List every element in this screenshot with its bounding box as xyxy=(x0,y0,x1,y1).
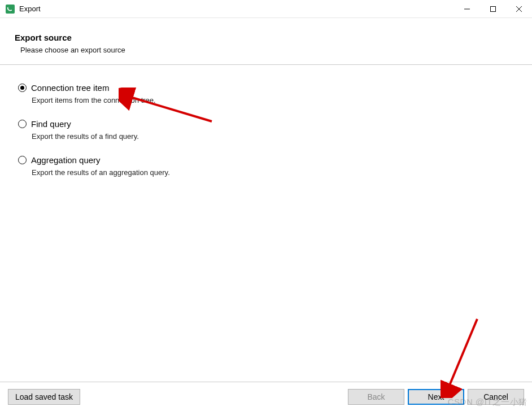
radio-option-connection-tree[interactable]: Connection tree item Export items from t… xyxy=(18,83,518,104)
titlebar: Export xyxy=(0,0,532,18)
radio-option-find-query[interactable]: Find query Export the results of a find … xyxy=(18,119,518,141)
svg-line-7 xyxy=(448,319,477,388)
minimize-icon xyxy=(464,6,470,12)
radio-label: Connection tree item xyxy=(31,83,109,93)
maximize-icon xyxy=(490,6,496,12)
back-button[interactable]: Back xyxy=(348,389,404,405)
close-icon xyxy=(516,6,522,12)
app-icon xyxy=(6,5,15,14)
page-title: Export source xyxy=(15,33,518,42)
close-button[interactable] xyxy=(506,0,532,18)
footer: Load saved task Back Next Cancel xyxy=(0,382,532,411)
radio-description: Export the results of a find query. xyxy=(32,132,518,141)
load-saved-task-button[interactable]: Load saved task xyxy=(8,389,80,405)
radio-label: Aggregation query xyxy=(31,155,101,165)
radio-icon xyxy=(18,120,27,128)
window-title: Export xyxy=(19,5,454,13)
radio-label: Find query xyxy=(31,119,71,129)
svg-rect-1 xyxy=(491,6,496,11)
radio-icon xyxy=(18,156,27,164)
page-subtitle: Please choose an export source xyxy=(20,46,518,54)
header-section: Export source Please choose an export so… xyxy=(0,18,532,65)
minimize-button[interactable] xyxy=(454,0,480,18)
radio-icon xyxy=(18,84,27,92)
radio-description: Export the results of an aggregation que… xyxy=(32,168,518,177)
maximize-button[interactable] xyxy=(480,0,506,18)
radio-option-aggregation-query[interactable]: Aggregation query Export the results of … xyxy=(18,155,518,177)
content-area: Connection tree item Export items from t… xyxy=(0,65,532,197)
radio-description: Export items from the connection tree. xyxy=(32,96,518,104)
window-controls xyxy=(454,0,532,18)
next-button[interactable]: Next xyxy=(408,389,464,405)
cancel-button[interactable]: Cancel xyxy=(468,389,524,405)
